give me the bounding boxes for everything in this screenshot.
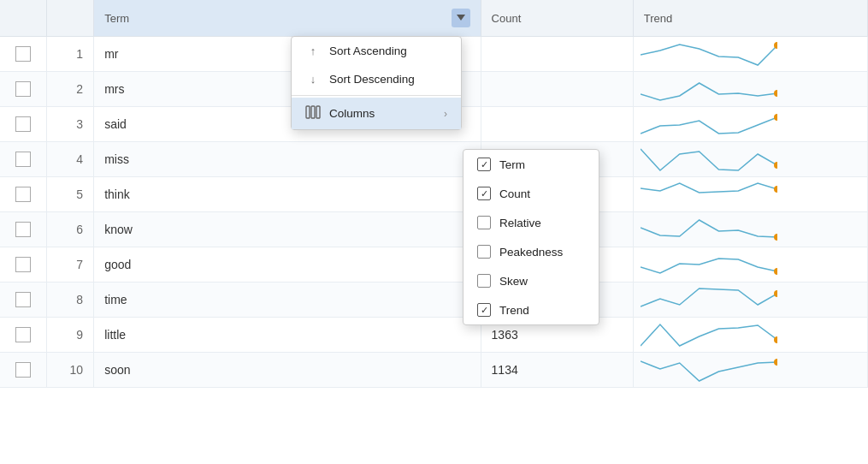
row-number: 6 (47, 212, 94, 247)
header-checkbox-cell (0, 0, 47, 37)
columns-icon (305, 105, 321, 122)
row-checkbox-cell (0, 318, 47, 353)
check-term (477, 158, 491, 171)
row-trend (633, 353, 867, 388)
header-num-cell (47, 0, 94, 37)
row-trend (633, 142, 867, 177)
svg-point-5 (774, 186, 777, 193)
row-trend (633, 177, 867, 212)
row-checkbox-cell (0, 72, 47, 107)
row-trend (633, 318, 867, 353)
header-trend-cell: Trend (633, 0, 867, 37)
header-count-cell: Count (481, 0, 633, 37)
term-header-wrap: Term (104, 9, 469, 27)
submenu-relative-label: Relative (499, 217, 541, 229)
submenu-item-trend[interactable]: Trend (464, 295, 599, 324)
sort-desc-icon: ↓ (305, 73, 321, 86)
row-term: think (94, 177, 481, 212)
row-term: little (94, 318, 481, 353)
svg-rect-11 (306, 106, 310, 118)
row-checkbox-cell (0, 283, 47, 318)
sort-asc-label: Sort Ascending (329, 45, 407, 57)
row-number: 4 (47, 142, 94, 177)
submenu-item-skew[interactable]: Skew (464, 266, 599, 295)
row-term: time (94, 283, 481, 318)
svg-point-2 (774, 90, 777, 97)
row-number: 1 (47, 37, 94, 72)
check-skew (477, 274, 491, 288)
submenu-peakedness-label: Peakedness (499, 246, 563, 259)
header-term-cell: Term (94, 0, 481, 37)
sort-desc-label: Sort Descending (329, 73, 415, 86)
row-checkbox-cell (0, 353, 47, 388)
row-number: 5 (47, 177, 94, 212)
check-relative (477, 216, 491, 229)
svg-point-6 (774, 234, 777, 241)
row-checkbox-cell (0, 177, 47, 212)
svg-point-3 (774, 114, 777, 121)
menu-sort-desc[interactable]: ↓ Sort Descending (292, 65, 461, 93)
term-dropdown-button[interactable] (452, 9, 470, 27)
row-term: miss (94, 142, 481, 177)
menu-sort-asc[interactable]: ↑ Sort Ascending (292, 37, 461, 65)
svg-point-7 (774, 268, 777, 275)
term-header-label: Term (104, 12, 129, 25)
row-term: good (94, 247, 481, 283)
svg-rect-13 (316, 106, 320, 118)
svg-point-4 (774, 162, 777, 169)
submenu-item-count[interactable]: Count (464, 179, 599, 208)
main-table-container: Term Count Trend 1mr 2mrs 3said (0, 0, 868, 388)
table-row: 9little1363 (0, 318, 868, 353)
submenu-term-label: Term (499, 158, 525, 171)
menu-divider (292, 95, 461, 96)
row-checkbox-cell (0, 37, 47, 72)
row-trend (633, 72, 867, 107)
row-trend (633, 37, 867, 72)
table-row: 7good1444 (0, 247, 868, 283)
svg-point-8 (774, 290, 777, 297)
row-checkbox-cell (0, 142, 47, 177)
submenu-count-label: Count (499, 187, 530, 200)
count-header-label: Count (492, 12, 522, 25)
row-checkbox[interactable] (15, 81, 31, 97)
table-row: 10soon1134 (0, 353, 868, 388)
submenu-item-peakedness[interactable]: Peakedness (464, 237, 599, 266)
svg-rect-12 (311, 106, 315, 118)
header-row: Term Count Trend (0, 0, 868, 37)
check-trend (477, 303, 491, 317)
svg-marker-0 (457, 15, 465, 21)
row-count (481, 37, 633, 72)
row-checkbox[interactable] (15, 327, 31, 342)
row-number: 8 (47, 283, 94, 318)
table-row: 5think1514 (0, 177, 868, 212)
row-checkbox[interactable] (15, 362, 31, 378)
row-checkbox[interactable] (15, 152, 31, 167)
check-peakedness (477, 245, 491, 259)
submenu-item-term[interactable]: Term (464, 150, 599, 179)
row-term: soon (94, 353, 481, 388)
row-checkbox[interactable] (15, 292, 31, 307)
row-number: 2 (47, 72, 94, 107)
submenu-skew-label: Skew (499, 275, 528, 288)
columns-submenu: Term Count Relative Peakedness Skew (463, 149, 599, 325)
row-number: 9 (47, 318, 94, 353)
submenu-arrow-icon: › (444, 108, 447, 120)
row-checkbox[interactable] (15, 257, 31, 272)
row-number: 10 (47, 353, 94, 388)
row-checkbox[interactable] (15, 46, 31, 62)
row-number: 7 (47, 247, 94, 283)
sort-asc-icon: ↑ (305, 45, 321, 57)
row-count (481, 107, 633, 142)
row-checkbox-cell (0, 212, 47, 247)
context-menu: ↑ Sort Ascending ↓ Sort Descending Colum… (291, 36, 462, 130)
submenu-item-relative[interactable]: Relative (464, 208, 599, 237)
row-checkbox[interactable] (15, 222, 31, 237)
columns-label: Columns (329, 107, 375, 120)
row-trend (633, 247, 867, 283)
row-count: 1134 (481, 353, 633, 388)
row-checkbox-cell (0, 247, 47, 283)
menu-columns[interactable]: Columns › Term Count Relative Pe (292, 98, 461, 129)
row-term: know (94, 212, 481, 247)
row-checkbox[interactable] (15, 187, 31, 202)
row-checkbox[interactable] (15, 116, 31, 132)
